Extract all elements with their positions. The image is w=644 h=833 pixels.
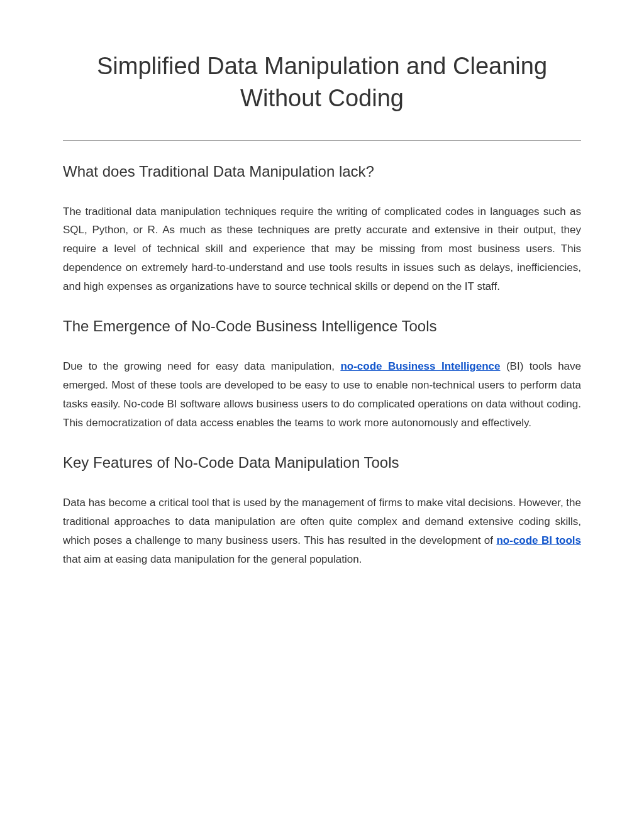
document-title: Simplified Data Manipulation and Cleanin… bbox=[63, 50, 581, 115]
text-fragment: Due to the growing need for easy data ma… bbox=[63, 360, 340, 372]
text-fragment: that aim at easing data manipulation for… bbox=[63, 553, 362, 565]
section-heading-2: The Emergence of No-Code Business Intell… bbox=[63, 317, 581, 335]
section-body-1: The traditional data manipulation techni… bbox=[63, 202, 581, 296]
section-heading-3: Key Features of No-Code Data Manipulatio… bbox=[63, 454, 581, 472]
section-body-3: Data has become a critical tool that is … bbox=[63, 494, 581, 568]
section-heading-1: What does Traditional Data Manipulation … bbox=[63, 163, 581, 180]
link-no-code-bi-tools[interactable]: no-code BI tools bbox=[496, 534, 581, 546]
section-body-2: Due to the growing need for easy data ma… bbox=[63, 357, 581, 432]
link-no-code-bi[interactable]: no-code Business Intelligence bbox=[340, 360, 500, 372]
title-divider bbox=[63, 140, 581, 141]
